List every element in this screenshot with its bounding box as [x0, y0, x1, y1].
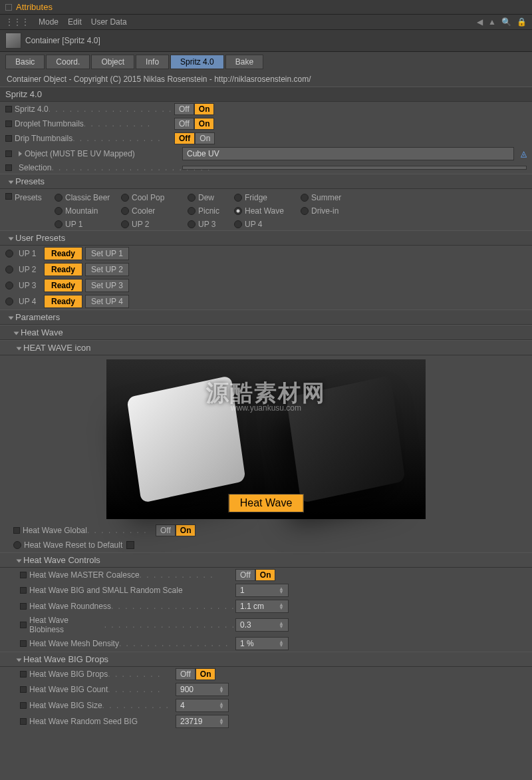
random-scale-input[interactable]: 1▲▼: [235, 584, 289, 597]
port-icon[interactable]: [5, 164, 12, 171]
big-count-input[interactable]: 900▲▼: [176, 683, 229, 696]
up3-set[interactable]: Set UP 3: [85, 279, 129, 292]
row-object-field: Object (MUST BE UV Mapped) Cube UV ◬: [0, 146, 532, 162]
tab-info[interactable]: Info: [136, 55, 169, 69]
menu-user-data[interactable]: User Data: [91, 17, 127, 27]
preview-area: 源酷素材网 www.yuankusu.com Heat Wave: [0, 355, 532, 523]
preset-summer[interactable]: Summer: [301, 193, 360, 202]
menubar: ⋮⋮⋮ Mode Edit User Data ◀ ▲ 🔍 🔒: [0, 15, 532, 30]
row-random-scale: Heat Wave BIG and SMALL Random Scale1▲▼: [0, 582, 532, 598]
preset-cooler[interactable]: Cooler: [121, 206, 181, 216]
preset-mountain[interactable]: Mountain: [55, 206, 114, 216]
section-parameters[interactable]: Parameters: [0, 309, 532, 325]
port-icon[interactable]: [5, 120, 12, 127]
tab-bake[interactable]: Bake: [225, 55, 263, 69]
selection-input[interactable]: [182, 166, 527, 170]
up4-ready[interactable]: Ready: [44, 295, 82, 308]
row-drip-toggle: Drip Thumbnails . . . . . . . . . . . . …: [0, 131, 532, 146]
menu-edit[interactable]: Edit: [68, 17, 82, 27]
section-heat-wave[interactable]: Heat Wave: [0, 325, 532, 340]
hw-reset-checkbox[interactable]: [126, 541, 134, 549]
row-blobiness: Heat Wave Blobiness . . . . . . . . . . …: [0, 614, 532, 636]
blobiness-input[interactable]: 0.3▲▼: [235, 618, 289, 632]
spritz-off[interactable]: Off: [174, 103, 194, 115]
row-selection: Selection . . . . . . . . . . . . . . . …: [0, 162, 532, 174]
big-size-input[interactable]: 4▲▼: [176, 699, 229, 712]
preset-up2[interactable]: UP 2: [121, 220, 181, 229]
preset-drive-in[interactable]: Drive-in: [301, 206, 360, 216]
port-icon[interactable]: [5, 135, 12, 142]
port-icon[interactable]: [5, 106, 12, 112]
preset-heat-wave[interactable]: Heat Wave: [234, 206, 294, 216]
section-hw-controls[interactable]: Heat Wave Controls: [0, 552, 532, 568]
drip-on[interactable]: On: [195, 132, 215, 144]
preset-fridge[interactable]: Fridge: [234, 193, 294, 202]
tab-coord[interactable]: Coord.: [46, 55, 90, 69]
row-coalesce: Heat Wave MASTER Coalesce . . . . . . . …: [0, 568, 532, 582]
preset-cool-pop[interactable]: Cool Pop: [121, 193, 181, 202]
up4-set[interactable]: Set UP 4: [85, 295, 129, 308]
preset-dew[interactable]: Dew: [188, 193, 227, 202]
preset-up1[interactable]: UP 1: [55, 220, 114, 229]
object-name: Container [Spritz 4.0]: [25, 36, 100, 45]
up1-set[interactable]: Set UP 1: [85, 247, 129, 260]
big-drops-off[interactable]: Off: [176, 668, 196, 680]
up2-row: UP 2ReadySet UP 2: [0, 262, 532, 278]
up2-set[interactable]: Set UP 2: [85, 263, 129, 276]
preset-up4[interactable]: UP 4: [234, 220, 294, 229]
row-roundness: Heat Wave Roundness . . . . . . . . . . …: [0, 598, 532, 614]
picker-icon[interactable]: ◬: [521, 149, 527, 158]
window-icon: [5, 4, 12, 11]
hw-global-on[interactable]: On: [176, 524, 196, 536]
hw-global-off[interactable]: Off: [156, 524, 176, 536]
port-icon[interactable]: [13, 527, 20, 534]
menu-mode[interactable]: Mode: [39, 17, 59, 27]
tab-basic[interactable]: Basic: [5, 55, 45, 69]
panel-title: Attributes: [16, 2, 53, 12]
lock-icon[interactable]: 🔒: [517, 17, 527, 27]
copyright-text: Container Object - Copyright (C) 2015 Ni…: [0, 72, 532, 87]
section-user-presets[interactable]: User Presets: [0, 230, 532, 246]
search-icon[interactable]: 🔍: [501, 17, 511, 27]
up4-row: UP 4ReadySet UP 4: [0, 293, 532, 309]
roundness-input[interactable]: 1.1 cm▲▼: [235, 600, 289, 613]
preset-classic-beer[interactable]: Classic Beer: [55, 193, 114, 202]
tab-object[interactable]: Object: [91, 55, 134, 69]
up1-ready[interactable]: Ready: [44, 247, 82, 260]
port-icon[interactable]: [5, 150, 12, 157]
expand-icon[interactable]: [19, 151, 22, 156]
watermark-url: www.yuankusu.com: [231, 403, 301, 413]
row-big-count: Heat Wave BIG Count . . . . . . . .900▲▼: [0, 682, 532, 697]
spritz-on[interactable]: On: [194, 103, 215, 115]
nav-up-icon[interactable]: ▲: [488, 17, 496, 27]
row-big-size: Heat Wave BIG Size . . . . . . . . . .4▲…: [0, 697, 532, 713]
preset-picnic[interactable]: Picnic: [188, 206, 227, 216]
row-hw-reset: Heat Wave Reset to Default: [0, 538, 532, 552]
drip-off[interactable]: Off: [174, 132, 195, 144]
up2-ready[interactable]: Ready: [44, 263, 82, 276]
grid-icon[interactable]: ⋮⋮⋮: [5, 17, 29, 27]
presets-row: Presets Classic Beer Cool Pop Dew Fridge…: [0, 189, 532, 230]
droplet-on[interactable]: On: [194, 118, 215, 130]
preset-up3[interactable]: UP 3: [188, 220, 227, 229]
big-drops-on[interactable]: On: [196, 668, 216, 680]
up3-ready[interactable]: Ready: [44, 279, 82, 292]
nav-back-icon[interactable]: ◀: [477, 17, 483, 27]
row-big-drops: Heat Wave BIG Drops . . . . . . . .OffOn: [0, 667, 532, 682]
section-heat-wave-icon[interactable]: HEAT WAVE icon: [0, 340, 532, 355]
section-big-drops[interactable]: Heat Wave BIG Drops: [0, 652, 532, 667]
cube-icon: [5, 33, 21, 49]
radio-icon[interactable]: [13, 541, 21, 549]
row-hw-global: Heat Wave Global . . . . . . . . . OffOn: [0, 523, 532, 538]
attributes-header: Attributes: [0, 0, 532, 15]
mesh-density-input[interactable]: 1 %▲▼: [235, 637, 289, 650]
coalesce-off[interactable]: Off: [235, 569, 255, 581]
droplet-off[interactable]: Off: [174, 118, 194, 130]
section-spritz[interactable]: Spritz 4.0: [0, 87, 532, 102]
tab-spritz[interactable]: Spritz 4.0: [170, 55, 224, 69]
port-icon[interactable]: [5, 193, 12, 200]
coalesce-on[interactable]: On: [255, 569, 276, 581]
object-input[interactable]: Cube UV: [182, 147, 514, 160]
big-seed-input[interactable]: 23719▲▼: [176, 715, 229, 728]
section-presets[interactable]: Presets: [0, 174, 532, 189]
